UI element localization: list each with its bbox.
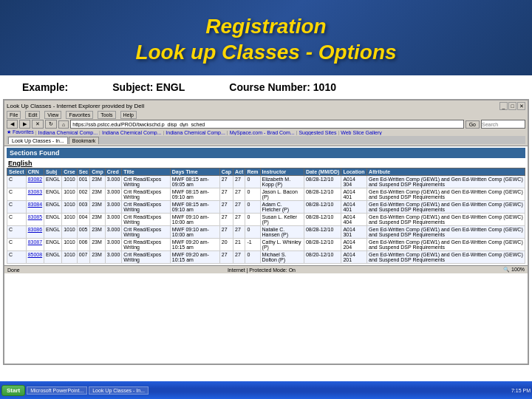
minimize-button[interactable]: _ [499, 102, 508, 110]
table-cell: 1010 [62, 214, 78, 226]
table-cell: 1010 [62, 201, 78, 214]
table-cell: 005 [77, 226, 89, 239]
table-cell: ENGL [44, 201, 62, 214]
table-cell: 23M [90, 251, 106, 264]
table-cell: 3.000 [105, 226, 122, 239]
fav-item-2[interactable]: Indiana Chemical Comp... [102, 130, 162, 135]
maximize-button[interactable]: □ [508, 102, 516, 110]
table-cell: 23M [90, 176, 106, 188]
address-bar[interactable] [70, 120, 463, 129]
menu-view[interactable]: View [44, 111, 61, 119]
table-cell: 006 [77, 239, 89, 251]
table-cell: Crit Read/Expos Writing [122, 214, 170, 226]
status-text: Done [7, 267, 20, 273]
fav-item-4[interactable]: MySpace.com - Brad Com... [230, 130, 295, 135]
cell-crn[interactable]: 83087 [26, 239, 44, 251]
table-cell: MWF 09:10 am-10:00 am [170, 214, 219, 226]
menu-help[interactable]: Help [120, 111, 137, 119]
table-cell: Crit Read/Expos Writing [122, 188, 170, 201]
table-cell: 3.000 [105, 176, 122, 188]
menu-bar: File Edit View Favorites Tools Help [7, 111, 525, 119]
menu-file[interactable]: File [7, 111, 21, 119]
col-cred: Cred [105, 168, 122, 176]
menu-tools[interactable]: Tools [98, 111, 115, 119]
table-cell: MWF 09:20 am-10:15 am [170, 239, 219, 251]
back-button[interactable]: ◀ [7, 120, 18, 129]
taskbar-item-powerpoint[interactable]: Microsoft PowerPoint... [27, 386, 87, 395]
table-row: C83083ENGL101000223M3.000Crit Read/Expos… [7, 188, 525, 201]
refresh-button[interactable]: ↻ [45, 120, 57, 129]
table-cell: MWF 09:20 am-10:15 am [170, 251, 219, 264]
table-cell: 27 [219, 176, 233, 188]
status-mode: Internet | Protected Mode: On [228, 267, 296, 273]
table-cell: 08/20-12/10 [304, 251, 341, 264]
table-cell: 27 [233, 214, 245, 226]
table-cell: Gen Ed-Written Comp (GEW1) and Gen Ed-Wr… [367, 201, 525, 214]
fav-item-5[interactable]: Suggested Sites [299, 130, 336, 135]
table-cell: 3.000 [105, 188, 122, 201]
tab-lookup[interactable]: Look Up Classes - In... [8, 137, 68, 144]
table-cell: C [7, 239, 27, 251]
cell-crn[interactable]: 83084 [26, 201, 44, 214]
search-input[interactable] [481, 120, 525, 129]
close-button[interactable]: ✕ [517, 102, 525, 110]
table-row: C83082ENGL101000123M3.000Crit Read/Expos… [7, 176, 525, 188]
tab-2[interactable]: Bookmark [69, 137, 100, 144]
fav-item-6[interactable]: Web Slice Gallery [341, 130, 382, 135]
table-cell: 007 [77, 251, 89, 264]
col-sec: Sec [77, 168, 89, 176]
table-cell: Crit Read/Expos Writing [122, 239, 170, 251]
forward-button[interactable]: ▶ [19, 120, 30, 129]
fav-item-3[interactable]: Indiana Chemical Comp... [166, 130, 225, 135]
stop-button[interactable]: ✕ [32, 120, 44, 129]
table-cell: A014 404 [341, 214, 367, 226]
table-cell: 08/28-12/10 [304, 239, 341, 251]
favorites-bar: ★ Favorites | Indiana Chemical Comp... |… [7, 129, 525, 135]
go-button[interactable]: Go [466, 120, 480, 129]
table-cell: 27 [233, 201, 245, 214]
table-cell: Crit Read/Expos Writing [122, 201, 170, 214]
cell-crn[interactable]: 83083 [26, 188, 44, 201]
cell-crn[interactable]: 85008 [26, 251, 44, 264]
table-cell: 21 [233, 239, 245, 251]
taskbar-clock: 7:15 PM [511, 388, 531, 393]
table-cell: 27 [233, 176, 245, 188]
table-cell: 0 [245, 226, 260, 239]
table-cell: 0 [245, 188, 260, 201]
table-cell: 1010 [62, 251, 78, 264]
col-crse: Crse [62, 168, 78, 176]
table-cell: 08/28-12/10 [304, 226, 341, 239]
table-cell: 3.000 [105, 201, 122, 214]
col-days: Days Time [170, 168, 219, 176]
table-cell: A014 201 [341, 251, 367, 264]
cell-crn[interactable]: 83082 [26, 176, 44, 188]
table-row: C85008ENGL101000723M3.000Crit Read/Expos… [7, 251, 525, 264]
favorites-link[interactable]: ★ Favorites [7, 129, 34, 135]
start-button[interactable]: Start [1, 385, 25, 396]
col-date: Date (MM/DD) [304, 168, 341, 176]
table-cell: Gen Ed-Written Comp (GEW1) and Gen Ed-Wr… [367, 214, 525, 226]
table-cell: 003 [77, 201, 89, 214]
example-course: Course Number: 1010 [229, 81, 336, 93]
table-cell: MWF 08:15 am-09:10 am [170, 188, 219, 201]
menu-edit[interactable]: Edit [25, 111, 40, 119]
class-table: Select CRN Subj Crse Sec Cmp Cred Title … [7, 168, 525, 264]
browser-controls: _ □ ✕ [499, 102, 525, 110]
taskbar-item-browser[interactable]: Look Up Classes - In... [89, 386, 149, 395]
header-banner: Registration Look up Classes - Options [0, 0, 532, 75]
cell-crn[interactable]: 83085 [26, 214, 44, 226]
table-cell: Adam C. Fletcher (P) [260, 201, 304, 214]
home-button[interactable]: ⌂ [58, 120, 69, 129]
table-cell: 0 [245, 201, 260, 214]
cell-crn[interactable]: 83086 [26, 226, 44, 239]
table-cell: ENGL [44, 239, 62, 251]
col-crn: CRN [26, 168, 44, 176]
fav-item-1[interactable]: Indiana Chemical Comp... [38, 130, 98, 135]
table-cell: 27 [219, 226, 233, 239]
browser-tabs: Look Up Classes - In... Bookmark [7, 136, 525, 144]
menu-favorites[interactable]: Favorites [66, 111, 93, 119]
table-cell: 004 [77, 214, 89, 226]
table-cell: 27 [219, 214, 233, 226]
table-cell: Susan L. Keller (P) [260, 214, 304, 226]
table-cell: 002 [77, 188, 89, 201]
